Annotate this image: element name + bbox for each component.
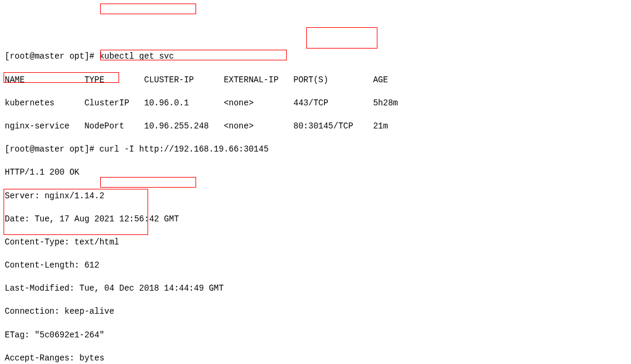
command-get-svc: kubectl get svc	[94, 51, 179, 61]
curl-etag: ETag: "5c0692e1-264"	[5, 330, 626, 342]
highlight-port-30145	[306, 27, 377, 49]
svc-row-nginx: nginx-service NodePort 10.96.255.248 <no…	[5, 121, 626, 133]
svc-row-kubernetes: kubernetes ClusterIP 10.96.0.1 <none> 44…	[5, 98, 626, 109]
prompt: [root@master opt]#	[5, 144, 94, 154]
highlight-kubectl-get-all	[100, 177, 196, 188]
curl-server: Server: nginx/1.14.2	[5, 191, 626, 202]
terminal-line-prompt1: [root@master opt]# kubectl get svc	[5, 51, 626, 63]
svc-header: NAME TYPE CLUSTER-IP EXTERNAL-IP PORT(S)…	[5, 75, 626, 86]
curl-content-length: Content-Length: 612	[5, 260, 626, 272]
curl-content-type: Content-Type: text/html	[5, 237, 626, 249]
curl-accept-ranges: Accept-Ranges: bytes	[5, 353, 626, 364]
prompt: [root@master opt]#	[5, 51, 94, 61]
highlight-kubectl-get-svc	[100, 4, 196, 14]
curl-connection: Connection: keep-alive	[5, 306, 626, 318]
command-curl: curl -I http://192.168.19.66:30145	[94, 144, 273, 154]
curl-http-status: HTTP/1.1 200 OK	[5, 167, 626, 179]
curl-last-modified: Last-Modified: Tue, 04 Dec 2018 14:44:49…	[5, 283, 626, 295]
curl-date: Date: Tue, 17 Aug 2021 12:56:42 GMT	[5, 214, 626, 226]
terminal-line-prompt2: [root@master opt]# curl -I http://192.16…	[5, 144, 626, 156]
